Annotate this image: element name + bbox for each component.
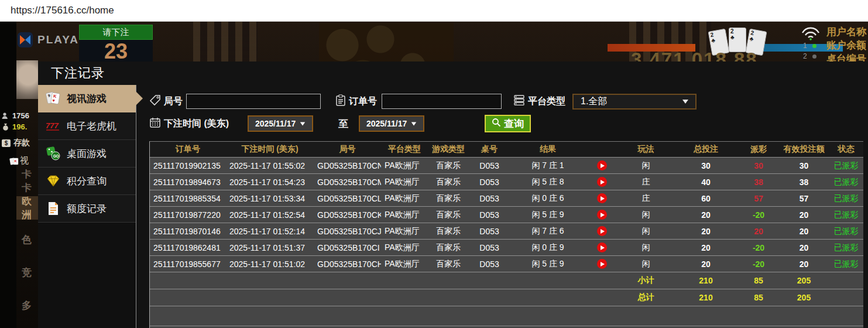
menu-label: 电子老虎机 xyxy=(67,119,116,133)
order-id-cell: 251117019877220 xyxy=(150,210,226,220)
total-bet-cell: 20 xyxy=(674,227,738,236)
playace-logo-icon xyxy=(18,32,33,47)
order-id-cell: 251117019855677 xyxy=(150,259,226,269)
table-row: 251117019862481 2025-11-17 01:51:37 GD05… xyxy=(150,240,863,256)
bet-type-cell: 闲 xyxy=(618,160,674,171)
total-total-bet: 210 xyxy=(674,293,738,302)
table-no-cell: D053 xyxy=(469,161,510,170)
total-bet-cell: 20 xyxy=(674,259,738,269)
sidebar-item-duo[interactable]: 多 xyxy=(16,293,38,317)
order-id-cell: 251117019894673 xyxy=(150,177,226,187)
moneybag-icon xyxy=(2,123,9,131)
subtotal-payout: 85 xyxy=(738,276,779,285)
menu-item-slots[interactable]: 777 电子老虎机 xyxy=(38,112,136,140)
signal-row-2: 2 xyxy=(803,52,816,60)
order-number-label: 订单号 xyxy=(335,94,377,108)
result-cell: 闲 7 庄 6 xyxy=(510,226,586,237)
menu-item-video-games[interactable]: 9K♥ 视讯游戏 xyxy=(38,85,136,112)
bet-type-cell: 闲 xyxy=(618,210,674,220)
balance-row: 196. xyxy=(2,122,27,131)
round-number-label: 局号 xyxy=(149,94,183,108)
calendar-icon xyxy=(149,117,161,131)
chevron-down-icon xyxy=(411,122,417,125)
platform-type-select[interactable]: 1.全部 xyxy=(572,94,697,110)
username-label: 用户名称 xyxy=(826,25,866,39)
replay-icon[interactable] xyxy=(597,193,607,203)
sidebar-item-se[interactable]: 色 xyxy=(16,228,38,251)
browser-url-bar[interactable]: https://175616.cc/home xyxy=(0,0,868,22)
date-to-value: 2025/11/17 xyxy=(366,119,407,128)
sidebar-item-kaka[interactable]: 卡卡 xyxy=(16,169,38,193)
bet-type-cell: 闲 xyxy=(618,226,674,237)
bet-type-cell: 闲 xyxy=(618,242,674,253)
valid-bet-cell: 20 xyxy=(779,259,829,269)
video-label: 视 xyxy=(20,155,29,166)
round-id-cell: GD05325B170CL xyxy=(314,194,381,203)
game-type-cell: 百家乐 xyxy=(428,210,469,220)
order-number-input[interactable] xyxy=(382,94,502,109)
person-icon xyxy=(2,112,9,119)
status-cell: 已派彩 xyxy=(829,242,863,253)
valid-bet-cell: 38 xyxy=(779,177,829,187)
total-bet-cell: 20 xyxy=(674,243,738,252)
result-cell: 闲 7 庄 1 xyxy=(510,160,586,171)
order-id-cell: 251117019870146 xyxy=(150,227,226,236)
modal-content: 局号 订单号 平台类型 1.全部 xyxy=(136,85,868,328)
payout-cell: -20 xyxy=(738,243,779,252)
platform-cell: PA欧洲厅 xyxy=(381,259,428,269)
replay-icon[interactable] xyxy=(597,259,607,269)
menu-label: 桌面游戏 xyxy=(67,147,107,160)
date-from-picker[interactable]: 2025/11/17 xyxy=(248,115,313,132)
order-id-cell: 251117019862481 xyxy=(150,243,226,252)
replay-icon[interactable] xyxy=(597,160,607,170)
sidebar-item-europe[interactable]: 欧洲 xyxy=(16,196,38,220)
dice-icon: GO xyxy=(45,146,61,161)
menu-item-table-games[interactable]: GO 桌面游戏 xyxy=(38,140,136,168)
round-id-cell: GD05325B170CN xyxy=(314,161,381,170)
search-button[interactable]: 查询 xyxy=(485,115,531,132)
cards-icon: 9K♥ xyxy=(45,91,61,106)
avatar xyxy=(16,60,38,99)
gray-dot-icon xyxy=(812,54,816,59)
deposit-label: 存款 xyxy=(13,138,30,148)
bet-time-cell: 2025-11-17 01:52:54 xyxy=(226,210,314,220)
bet-time-label: 下注时间 (美东) xyxy=(149,117,229,131)
replay-icon[interactable] xyxy=(597,242,607,252)
chevron-down-icon xyxy=(682,100,688,104)
menu-item-points[interactable]: 积分查询 xyxy=(38,168,136,195)
deposit-button[interactable]: $ 存款 xyxy=(2,138,30,148)
table-no-cell: D053 xyxy=(469,194,510,203)
round-number-input[interactable] xyxy=(186,94,321,109)
replay-icon[interactable] xyxy=(597,226,607,236)
subtotal-total-bet: 210 xyxy=(674,276,738,285)
mini-cards-icon: K xyxy=(9,157,17,165)
order-id-cell: 251117019902135 xyxy=(150,161,226,170)
bet-time-cell: 2025-11-17 01:54:23 xyxy=(226,177,314,187)
balance-label: 账户余额 xyxy=(826,39,866,52)
clipboard-icon xyxy=(335,94,346,108)
platform-cell: PA欧洲厅 xyxy=(381,226,428,237)
menu-item-quota-records[interactable]: 额度记录 xyxy=(38,195,136,223)
replay-icon[interactable] xyxy=(597,210,607,220)
table-row: 251117019894673 2025-11-17 01:54:23 GD05… xyxy=(150,174,863,190)
status-cell: 已派彩 xyxy=(829,193,863,204)
total-bet-cell: 20 xyxy=(674,210,738,220)
chevron-down-icon xyxy=(300,122,306,125)
payout-cell: 30 xyxy=(738,161,779,170)
video-games-shortcut[interactable]: K 视 xyxy=(9,155,29,166)
slots-777-icon: 777 xyxy=(45,118,61,134)
bet-records-table: 订单号 下注时间 (美东) 局号 平台类型 游戏类型 桌号 结果 玩法 总投注 … xyxy=(149,141,863,328)
total-bet-cell: 30 xyxy=(674,161,738,170)
total-bet-cell: 60 xyxy=(674,194,738,203)
user-id-row: 1756 xyxy=(2,111,29,120)
game-type-cell: 百家乐 xyxy=(428,242,469,253)
sidebar-item-jing[interactable]: 竞 xyxy=(16,261,38,284)
platform-type-value: 1.全部 xyxy=(581,95,607,108)
date-from-value: 2025/11/17 xyxy=(255,119,296,128)
bet-records-modal: 下注记录 9K♥ 视讯游戏 777 电子老虎机 GO xyxy=(38,62,868,328)
valid-bet-cell: 20 xyxy=(779,210,829,220)
replay-icon[interactable] xyxy=(597,177,607,187)
table-info-labels: 用户名称 账户余额 桌台编号 xyxy=(826,25,866,66)
date-to-picker[interactable]: 2025/11/17 xyxy=(359,115,424,132)
bet-time-cell: 2025-11-17 01:53:34 xyxy=(226,194,314,203)
